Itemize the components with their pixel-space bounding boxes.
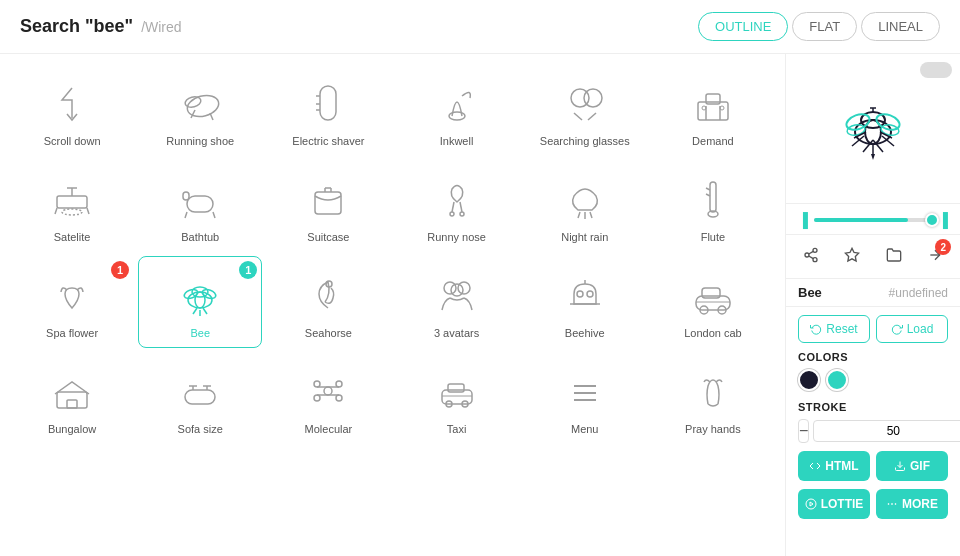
svg-line-12 — [588, 113, 596, 120]
lottie-label: LOTTIE — [821, 497, 864, 511]
svg-line-27 — [185, 212, 187, 218]
favorite-button[interactable] — [840, 243, 864, 270]
icon-cell-18[interactable]: London cab — [651, 256, 775, 348]
colors-label: COLORS — [798, 351, 948, 363]
icon-name-label: Bee — [798, 285, 822, 300]
svg-line-28 — [213, 212, 215, 218]
icon-cell-12[interactable]: Flute — [651, 160, 775, 252]
main-area: Scroll downRunning shoeElectric shaverIn… — [0, 54, 960, 556]
icon-cell-15[interactable]: Seahorse — [266, 256, 390, 348]
icon-cell-2[interactable]: Running shoe — [138, 64, 262, 156]
svg-point-107 — [813, 248, 817, 252]
icon-cell-23[interactable]: Menu — [523, 352, 647, 444]
download-row-2: LOTTIE MORE — [798, 489, 948, 519]
preview-toggle[interactable] — [920, 62, 952, 78]
icon-cell-17[interactable]: Beehive — [523, 256, 647, 348]
icon-cell-1[interactable]: Scroll down — [10, 64, 134, 156]
icon-cell-8[interactable]: Bathtub — [138, 160, 262, 252]
slider-thumb[interactable] — [925, 213, 939, 227]
svg-line-23 — [87, 208, 89, 214]
slider-max-icon: ▐ — [938, 212, 948, 228]
svg-point-57 — [577, 291, 583, 297]
icon-cell-5[interactable]: Searching glasses — [523, 64, 647, 156]
slider-track[interactable] — [814, 218, 932, 222]
icon-cell-10[interactable]: Runny nose — [394, 160, 518, 252]
flat-toggle[interactable]: FLAT — [792, 12, 857, 41]
stroke-row: − % + — [798, 419, 948, 443]
icon-svg-3 — [300, 75, 356, 131]
icon-cell-6[interactable]: Demand — [651, 64, 775, 156]
icon-hash-label: #undefined — [889, 286, 948, 300]
more-download-button[interactable]: MORE — [876, 489, 948, 519]
action-badge: 2 — [935, 239, 951, 255]
load-label: Load — [907, 322, 934, 336]
icon-svg-18 — [685, 267, 741, 323]
color-swatch-dark[interactable] — [798, 369, 820, 391]
icon-badge-13: 1 — [111, 261, 129, 279]
html-download-button[interactable]: HTML — [798, 451, 870, 481]
ctrl-btn-row: Reset Load — [798, 315, 948, 343]
icon-cell-16[interactable]: 3 avatars — [394, 256, 518, 348]
svg-point-117 — [892, 504, 893, 505]
icon-label-16: 3 avatars — [434, 327, 479, 339]
lineal-toggle[interactable]: LINEAL — [861, 12, 940, 41]
header: Search "bee" /Wired OUTLINE FLAT LINEAL — [0, 0, 960, 54]
icon-cell-20[interactable]: Sofa size — [138, 352, 262, 444]
lottie-download-button[interactable]: LOTTIE — [798, 489, 870, 519]
icon-grid-area: Scroll downRunning shoeElectric shaverIn… — [0, 54, 785, 556]
icon-cell-11[interactable]: Night rain — [523, 160, 647, 252]
share-button[interactable] — [799, 243, 823, 270]
view-toggle: OUTLINE FLAT LINEAL — [698, 12, 940, 41]
svg-point-53 — [444, 282, 456, 294]
gif-download-button[interactable]: GIF — [876, 451, 948, 481]
icon-svg-22 — [429, 363, 485, 419]
icon-cell-3[interactable]: Electric shaver — [266, 64, 390, 156]
icon-label-13: Spa flower — [46, 327, 98, 339]
svg-point-119 — [888, 504, 889, 505]
icon-label-3: Electric shaver — [292, 135, 364, 147]
icon-cell-21[interactable]: Molecular — [266, 352, 390, 444]
outline-toggle[interactable]: OUTLINE — [698, 12, 788, 41]
sidebar: ▐ ▐ — [785, 54, 960, 556]
svg-point-74 — [336, 381, 342, 387]
icon-svg-4 — [429, 75, 485, 131]
icon-cell-9[interactable]: Suitcase — [266, 160, 390, 252]
icon-cell-7[interactable]: Satelite — [10, 160, 134, 252]
svg-line-49 — [193, 308, 197, 314]
folder-button[interactable] — [882, 243, 906, 270]
svg-rect-19 — [57, 196, 87, 208]
icon-cell-4[interactable]: Inkwell — [394, 64, 518, 156]
svg-point-75 — [314, 395, 320, 401]
icon-label-17: Beehive — [565, 327, 605, 339]
reset-button[interactable]: Reset — [798, 315, 870, 343]
color-swatch-teal[interactable] — [826, 369, 848, 391]
icon-cell-24[interactable]: Pray hands — [651, 352, 775, 444]
icon-cell-22[interactable]: Taxi — [394, 352, 518, 444]
icon-label-15: Seahorse — [305, 327, 352, 339]
icon-label-19: Bungalow — [48, 423, 96, 435]
icon-cell-13[interactable]: 1Spa flower — [10, 256, 134, 348]
preview-area — [786, 54, 960, 204]
icon-cell-14[interactable]: 1Bee — [138, 256, 262, 348]
icon-svg-23 — [557, 363, 613, 419]
icon-svg-8 — [172, 171, 228, 227]
controls-area: Reset Load COLORS STROKE − % + — [786, 307, 960, 527]
svg-point-55 — [451, 284, 463, 296]
html-label: HTML — [825, 459, 858, 473]
stroke-value-input[interactable] — [813, 420, 960, 442]
icon-label-24: Pray hands — [685, 423, 741, 435]
load-button[interactable]: Load — [876, 315, 948, 343]
icon-svg-14 — [172, 267, 228, 323]
icon-svg-19 — [44, 363, 100, 419]
svg-line-22 — [55, 208, 57, 214]
icon-svg-5 — [557, 75, 613, 131]
icon-svg-1 — [44, 75, 100, 131]
icon-cell-19[interactable]: Bungalow — [10, 352, 134, 444]
next-button[interactable]: 2 — [923, 243, 947, 270]
icon-label-7: Satelite — [54, 231, 91, 243]
icon-svg-16 — [429, 267, 485, 323]
icon-label-8: Bathtub — [181, 231, 219, 243]
more-label: MORE — [902, 497, 938, 511]
stroke-minus-button[interactable]: − — [798, 419, 809, 443]
icon-svg-20 — [172, 363, 228, 419]
